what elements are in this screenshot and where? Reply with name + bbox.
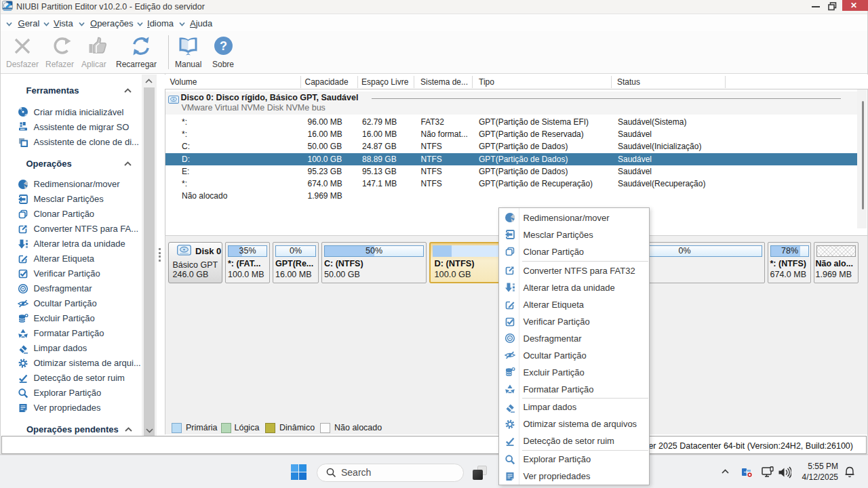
svg-text:?: ? [220,39,227,53]
